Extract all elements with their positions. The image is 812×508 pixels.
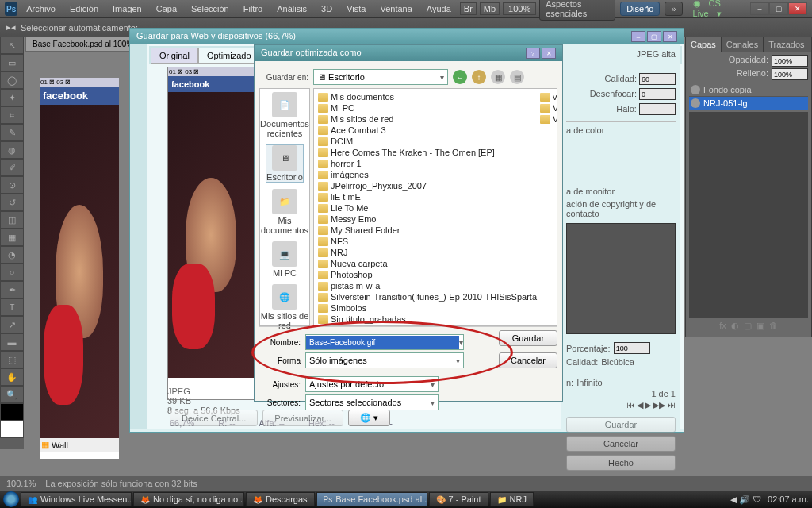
lasso-tool[interactable]: ◯ (0, 71, 24, 89)
prev-icon[interactable]: ◀ (637, 400, 643, 410)
sfw-minimize[interactable]: – (631, 31, 645, 42)
file-item[interactable]: Vector - Snow C (538, 102, 557, 114)
essentials-button[interactable]: Aspectos esenciales (539, 0, 615, 21)
percent-input[interactable] (614, 342, 650, 354)
file-item[interactable]: Mi PC (316, 102, 538, 114)
save-close[interactable]: ✕ (542, 48, 556, 59)
file-item[interactable]: My Shared Folder (316, 225, 538, 236)
design-button[interactable]: Diseño (620, 2, 660, 16)
sfw-close[interactable]: ✕ (663, 31, 677, 42)
file-item[interactable]: NRJ (316, 247, 538, 258)
menu-ayuda[interactable]: Ayuda (421, 2, 457, 15)
menu-ventana[interactable]: Ventana (374, 2, 417, 15)
file-item[interactable]: horror 1 (316, 158, 538, 169)
task-item[interactable]: 👥 Windows Live Messen... (21, 492, 132, 506)
crop-tool[interactable]: ⌗ (0, 106, 24, 124)
eye-icon[interactable] (691, 98, 700, 108)
close-button[interactable]: ✕ (788, 2, 807, 15)
menu-vista[interactable]: Vista (341, 2, 371, 15)
brush-tool[interactable]: ✐ (0, 159, 24, 176)
new-folder-icon[interactable]: ▦ (491, 70, 505, 84)
stamp-tool[interactable]: ⊙ (0, 176, 24, 194)
eraser-tool[interactable]: ◫ (0, 211, 24, 229)
3d-tool[interactable]: ⬚ (0, 351, 24, 368)
layer-row[interactable]: Fondo copia (689, 83, 808, 97)
file-item[interactable]: pistas m-w-a (316, 280, 538, 291)
menu-archivo[interactable]: Archivo (21, 2, 61, 15)
up-icon[interactable]: ↑ (472, 70, 486, 84)
file-item[interactable]: Vector - Snowy l (538, 114, 557, 125)
path-tool[interactable]: ↗ (0, 316, 24, 333)
more-workspaces[interactable]: » (665, 2, 682, 16)
task-item[interactable]: 🦊 No diga sí, no diga no... (133, 492, 244, 506)
task-item[interactable]: 🦊 Descargas (246, 492, 315, 506)
sfw-done-button[interactable]: Hecho (566, 455, 676, 471)
zoom-level[interactable]: 100% (503, 2, 536, 15)
location-combo[interactable]: 🖥 Escritorio (313, 69, 448, 85)
halo-input[interactable] (639, 103, 676, 115)
file-item[interactable]: JPelirrojo_Phyxius_2007 (316, 180, 538, 191)
sfw-preview[interactable]: 01 ⊠ 03 ⊠ facebook (167, 67, 255, 400)
status-zoom[interactable]: 100.1% (6, 479, 36, 488)
canvas[interactable]: 01 ⊠ 03 ⊠ facebook ▦Wall (40, 78, 119, 459)
eye-icon[interactable] (691, 85, 700, 94)
back-icon[interactable]: ← (453, 70, 467, 84)
save-titlebar[interactable]: Guardar optimizada como ? ✕ (255, 45, 562, 61)
file-item[interactable]: DCIM (316, 136, 538, 147)
menu-edicion[interactable]: Edición (64, 2, 104, 15)
file-item[interactable]: vecotres 14 feb (538, 91, 557, 102)
sfw-tab-optimizado[interactable]: Optimizado (198, 48, 260, 64)
fx-icon[interactable]: fx (719, 321, 726, 331)
file-item[interactable]: Lie To Me (316, 202, 538, 214)
file-item[interactable]: Here Comes The Kraken - The Omen [EP] (316, 147, 538, 158)
first-icon[interactable]: ⏮ (626, 400, 635, 410)
gradient-tool[interactable]: ▦ (0, 229, 24, 246)
tab-canales[interactable]: Canales (722, 37, 764, 52)
layer-row[interactable]: NRJ-051-lg (689, 97, 808, 110)
menu-imagen[interactable]: Imagen (107, 2, 147, 15)
menu-filtro[interactable]: Filtro (238, 2, 268, 15)
sfw-tab-original[interactable]: Original (151, 48, 198, 64)
device-central-button[interactable]: Device Central... (170, 410, 258, 426)
nombre-combo[interactable] (305, 334, 464, 350)
fill-input[interactable] (772, 68, 808, 80)
menu-capa[interactable]: Capa (151, 2, 182, 15)
trash-icon[interactable]: 🗑 (769, 321, 778, 331)
bridge-icon[interactable]: Br (460, 2, 477, 15)
hand-tool[interactable]: ✋ (0, 368, 24, 386)
blur-input[interactable] (639, 88, 676, 100)
task-item[interactable]: 🎨 7 - Paint (429, 492, 488, 506)
file-item[interactable]: liE t mE (316, 191, 538, 202)
file-list[interactable]: Mis documentosMi PCMis sitios de redAce … (313, 88, 557, 326)
file-item[interactable]: Messy Emo (316, 214, 538, 225)
place-recent[interactable]: 📄Documentos recientes (260, 92, 309, 138)
marquee-tool[interactable]: ▭ (0, 54, 24, 71)
file-item[interactable]: Ace Combat 3 (316, 125, 538, 136)
folder-icon[interactable]: ▢ (744, 321, 752, 331)
task-item[interactable]: Ps Base Facebook.psd al... (316, 492, 427, 506)
sectores-combo[interactable]: Sectores seleccionados (305, 394, 439, 410)
tab-trazados[interactable]: Trazados (764, 37, 810, 52)
file-item[interactable]: Sin título_grabadas (316, 314, 538, 325)
play-icon[interactable]: ▶ (645, 400, 651, 410)
heal-tool[interactable]: ◍ (0, 141, 24, 159)
last-icon[interactable]: ⏭ (667, 400, 676, 410)
file-item[interactable]: Photoshop (316, 269, 538, 280)
place-documents[interactable]: 📁Mis documentos (260, 189, 309, 235)
ajustes-combo[interactable]: Ajustes por defecto (305, 376, 439, 392)
sfw-titlebar[interactable]: Guardar para Web y dispositivos (66,7%) … (130, 29, 684, 44)
type-tool[interactable]: T (0, 298, 24, 316)
new-layer-icon[interactable]: ▣ (756, 321, 764, 331)
file-item[interactable]: imágenes (316, 169, 538, 180)
place-desktop[interactable]: 🖥Escritorio (266, 144, 304, 183)
place-mypc[interactable]: 💻Mi PC (272, 241, 297, 278)
next-icon[interactable]: ▶▶ (653, 400, 665, 410)
quality-input[interactable] (639, 73, 676, 85)
minimize-button[interactable]: – (750, 2, 769, 15)
wand-tool[interactable]: ✦ (0, 89, 24, 106)
dodge-tool[interactable]: ○ (0, 264, 24, 281)
file-item[interactable]: Nueva carpeta (316, 258, 538, 269)
forma-combo[interactable]: Sólo imágenes (305, 352, 464, 368)
maximize-button[interactable]: ▢ (769, 2, 788, 15)
menu-analisis[interactable]: Análisis (271, 2, 312, 15)
